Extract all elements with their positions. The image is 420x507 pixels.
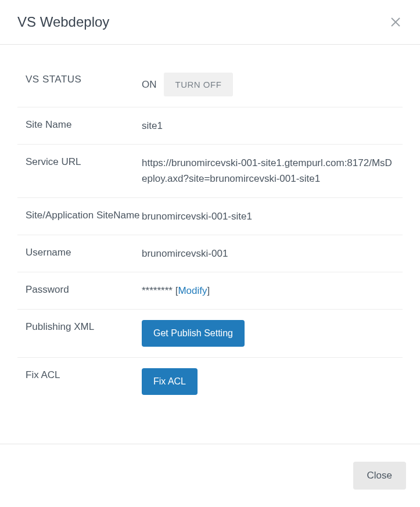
site-name-value: site1 — [142, 118, 394, 134]
publishing-xml-row: Publishing XML Get Publish Setting — [17, 310, 403, 358]
username-label: Username — [26, 246, 142, 258]
get-publish-setting-button[interactable]: Get Publish Setting — [142, 320, 245, 347]
vs-status-state: ON — [142, 79, 157, 91]
fix-acl-button[interactable]: Fix ACL — [142, 368, 198, 395]
close-button[interactable]: Close — [353, 462, 406, 490]
service-url-row: Service URL https://brunomircevski-001-s… — [17, 145, 403, 197]
site-app-label: Site/Application SiteName — [26, 208, 142, 221]
password-masked: ******** — [142, 285, 173, 296]
publishing-xml-label: Publishing XML — [26, 320, 142, 333]
password-label: Password — [26, 283, 142, 296]
modal-header: VS Webdeploy — [0, 0, 420, 45]
vs-status-label: VS STATUS — [26, 73, 142, 85]
site-app-value: brunomircevski-001-site1 — [142, 208, 394, 224]
close-icon[interactable] — [389, 15, 403, 29]
modal-title: VS Webdeploy — [17, 14, 109, 30]
site-name-label: Site Name — [26, 118, 142, 131]
username-row: Username brunomircevski-001 — [17, 235, 403, 272]
turn-off-button[interactable]: TURN OFF — [164, 73, 234, 96]
fix-acl-row: Fix ACL Fix ACL — [17, 358, 403, 405]
fix-acl-label: Fix ACL — [26, 368, 142, 381]
site-app-row: Site/Application SiteName brunomircevski… — [17, 198, 403, 235]
password-row: Password ******** [Modify] — [17, 272, 403, 310]
password-bracket-open: [ — [173, 285, 178, 296]
password-bracket-close: ] — [207, 285, 210, 296]
service-url-value: https://brunomircevski-001-site1.gtempur… — [142, 155, 394, 186]
username-value: brunomircevski-001 — [142, 246, 394, 261]
password-value: ******** [Modify] — [142, 283, 394, 299]
service-url-label: Service URL — [26, 155, 142, 168]
modal-body: VS STATUS ON TURN OFF Site Name site1 Se… — [0, 45, 420, 444]
vs-status-row: VS STATUS ON TURN OFF — [17, 62, 403, 107]
site-name-row: Site Name site1 — [17, 107, 403, 145]
modal-footer: Close — [0, 444, 420, 507]
modify-link[interactable]: Modify — [178, 285, 207, 296]
